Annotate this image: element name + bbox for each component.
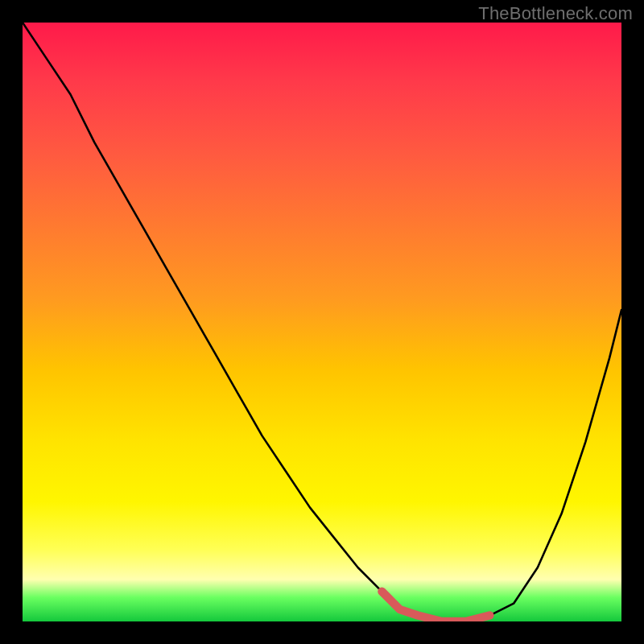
bottleneck-curve-path — [23, 23, 621, 621]
chart-frame: TheBottleneck.com — [0, 0, 644, 644]
optimal-zone-path — [382, 592, 489, 621]
plot-area — [23, 23, 621, 621]
bottleneck-curve-svg — [23, 23, 621, 621]
watermark-label: TheBottleneck.com — [478, 3, 633, 24]
